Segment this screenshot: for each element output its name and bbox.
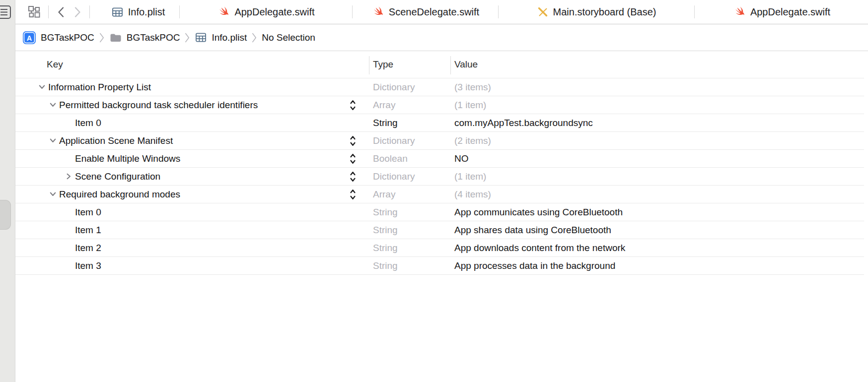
row-type: Dictionary [373,82,415,93]
plist-row[interactable]: Application Scene Manifest Dictionary (2… [15,132,864,150]
left-gutter-strip [0,0,15,382]
key-stepper-icon[interactable] [348,150,357,167]
tab-label: Info.plist [128,6,165,18]
tab-info-plist[interactable]: Info.plist [97,0,179,24]
breadcrumb-item-bgtaskpoc[interactable]: A BGTaskPOC [22,31,94,45]
row-type: String [373,243,398,254]
swift-file-icon [371,5,384,18]
row-key: Enable Multiple Windows [75,153,180,164]
disclosure-chevron-icon[interactable] [62,174,75,179]
row-type: Array [373,100,395,111]
row-type: String [373,207,398,218]
tab-label: AppDelegate.swift [234,6,314,18]
row-value: (1 item) [454,171,486,182]
back-button[interactable] [56,5,66,18]
plist-row[interactable]: Item 0 String com.myAppTest.backgroundsy… [15,114,864,132]
folder-icon [109,31,122,44]
related-items-grid-icon[interactable] [27,5,41,19]
disclosure-chevron-icon[interactable] [35,85,48,89]
disclosure-chevron-icon[interactable] [46,103,59,107]
row-value: (4 items) [454,189,491,200]
column-resize-handle[interactable] [450,56,451,74]
swift-file-icon [733,5,746,18]
column-header-key[interactable]: Key [47,59,63,70]
svg-text:A: A [27,34,32,42]
plist-icon [195,31,207,44]
toolbar-divider [48,5,49,18]
row-value: com.myAppTest.backgroundsync [454,118,593,128]
editor-tab-bar: Info.plist AppDelegate.swift SceneDelega… [15,0,868,24]
column-header-value[interactable]: Value [454,59,478,70]
jump-bar: A BGTaskPOC BGTaskPOC Info.plist No Sele… [15,24,868,51]
plist-row[interactable]: Required background modes Array (4 items… [15,186,864,203]
plist-row[interactable]: Enable Multiple Windows Boolean NO [15,150,864,168]
row-key: Item 2 [75,243,101,254]
column-resize-handle[interactable] [369,56,369,74]
row-value: App processes data in the background [454,260,615,271]
plist-row[interactable]: Item 1 String App shares data using Core… [15,221,864,239]
row-type: String [373,225,398,236]
tab-label: SceneDelegate.swift [389,6,479,18]
disclosure-chevron-icon[interactable] [46,192,59,196]
tab-appdelegate-swift[interactable]: AppDelegate.swift [180,0,352,24]
breadcrumb-chevron-icon [252,32,257,43]
row-key: Scene Configuration [75,171,160,182]
row-key: Application Scene Manifest [59,135,173,146]
plist-row[interactable]: Item 2 String App downloads content from… [15,239,864,257]
breadcrumb-label: Info.plist [212,32,247,43]
tab-label: AppDelegate.swift [750,6,830,18]
row-value: App communicates using CoreBluetooth [454,207,623,218]
tab-appdelegate-swift[interactable]: AppDelegate.swift [695,0,868,24]
row-key: Information Property List [48,82,151,93]
plist-row[interactable]: Permitted background task scheduler iden… [15,96,864,114]
disclosure-chevron-icon[interactable] [46,138,59,143]
swift-file-icon [217,5,230,18]
row-key: Item 0 [75,207,101,218]
row-value: NO [454,153,469,164]
forward-button[interactable] [72,5,82,18]
key-stepper-icon[interactable] [348,186,357,203]
tabs-container: Info.plist AppDelegate.swift SceneDelega… [97,0,868,24]
tab-scenedelegate-swift[interactable]: SceneDelegate.swift [353,0,498,24]
row-type: Boolean [373,153,408,164]
breadcrumb-label: No Selection [262,32,315,43]
breadcrumb-item-no-selection[interactable]: No Selection [262,32,315,43]
tab-label: Main.storyboard (Base) [553,6,656,18]
breadcrumb-item-info-plist[interactable]: Info.plist [195,31,247,44]
row-value: (1 item) [454,100,486,111]
row-key: Item 3 [75,260,101,271]
row-type: Dictionary [373,135,415,146]
breadcrumb-chevron-icon [99,32,104,43]
column-header-type[interactable]: Type [373,59,393,70]
key-stepper-icon[interactable] [348,96,357,114]
tab-main-storyboard-base-[interactable]: Main.storyboard (Base) [499,0,694,24]
plist-row[interactable]: Information Property List Dictionary (3 … [15,78,864,96]
breadcrumb-label: BGTaskPOC [127,32,180,43]
row-value: (2 items) [454,135,491,146]
plist-row[interactable]: Item 0 String App communicates using Cor… [15,203,864,221]
key-stepper-icon[interactable] [348,168,357,185]
row-type: String [373,260,398,271]
key-stepper-icon[interactable] [348,132,357,149]
row-key: Item 1 [75,225,101,236]
row-type: Array [373,189,395,200]
navigator-drag-handle[interactable] [0,200,11,230]
row-value: (3 items) [454,82,491,93]
breadcrumb-label: BGTaskPOC [41,32,94,43]
row-value: App downloads content from the network [454,243,625,254]
editor-list-icon[interactable] [0,4,13,19]
row-key: Required background modes [59,189,180,200]
plist-table-body: Information Property List Dictionary (3 … [15,78,864,275]
row-key: Item 0 [75,118,101,128]
storyboard-file-icon [537,6,549,18]
plist-file-icon [111,6,124,18]
plist-row[interactable]: Scene Configuration Dictionary (1 item) [15,168,864,186]
row-type: String [373,118,398,128]
row-type: Dictionary [373,171,415,182]
plist-row[interactable]: Item 3 String App processes data in the … [15,257,864,275]
row-value: App shares data using CoreBluetooth [454,225,611,236]
breadcrumb-item-bgtaskpoc[interactable]: BGTaskPOC [109,31,180,44]
app-icon: A [22,31,36,45]
row-key: Permitted background task scheduler iden… [59,100,258,111]
plist-table-header: Key Type Value [15,52,864,78]
